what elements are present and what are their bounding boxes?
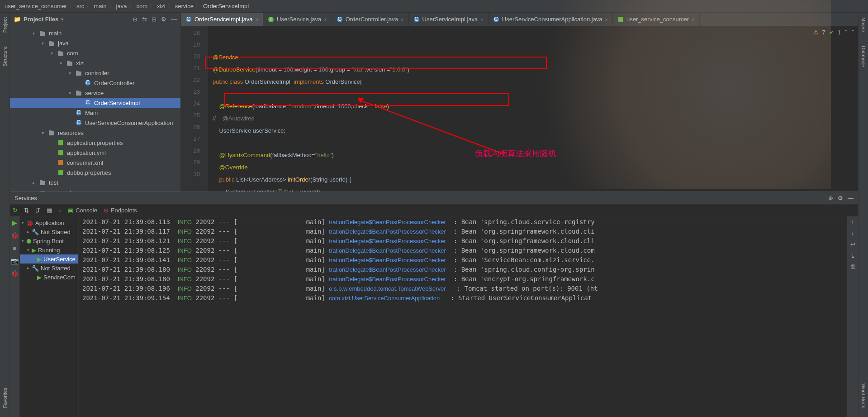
tab-user_service_consumer[interactable]: user_service_consumer× (613, 13, 699, 26)
scroll-icon[interactable]: ⤓ (850, 252, 855, 259)
svg-rect-9 (76, 71, 79, 72)
editor-tabs: COrderServiceImpl.java×IUserService.java… (181, 13, 858, 26)
crumb-2[interactable]: main (94, 3, 106, 10)
services-node-running[interactable]: ▾▶Running (20, 245, 78, 254)
close-icon[interactable]: × (480, 17, 483, 22)
rail-favorites[interactable]: Favorites (2, 388, 8, 408)
crumb-7[interactable]: OrderServiceImpl (203, 3, 249, 10)
project-sidebar: 📁 Project Files ▾ ⊕ ⇆ ⊟ ⚙ — ▾main▾java▾c… (10, 13, 181, 192)
crumb-0[interactable]: user_service_consumer (5, 3, 67, 10)
wrap-icon[interactable]: ↩ (850, 241, 855, 248)
stop-icon[interactable]: ■ (13, 244, 16, 252)
tree-node-application-yml[interactable]: application.yml (10, 148, 180, 158)
rail-structure[interactable]: Structure (2, 46, 8, 67)
svg-text:C: C (337, 16, 342, 22)
settings-icon[interactable]: ⚙ (838, 195, 843, 201)
tab-userserviceimpl-java[interactable]: CUserServiceImpl.java× (409, 13, 489, 26)
console-output[interactable]: 2021-07-21 21:39:08.113 INFO 22092 --- [… (79, 216, 847, 417)
close-icon[interactable]: × (401, 17, 403, 22)
locate-icon[interactable]: ⊕ (828, 195, 833, 201)
tree-node-application-properties[interactable]: application.properties (10, 138, 180, 148)
main-split: 📁 Project Files ▾ ⊕ ⇆ ⊟ ⚙ — ▾main▾java▾c… (10, 13, 858, 192)
svg-rect-20 (49, 131, 54, 135)
console-right-icons: ↑ ↓ ↩ ⤓ 🖶 (847, 216, 858, 417)
tab-orderserviceimpl-java[interactable]: COrderServiceImpl.java× (181, 13, 263, 26)
hide-icon[interactable]: — (171, 16, 177, 23)
services-node-servicecom[interactable]: ▶ServiceCom (20, 273, 78, 282)
camera-icon[interactable]: 📷 (11, 257, 19, 264)
svg-rect-4 (58, 52, 63, 56)
tree-node-service[interactable]: ▾service (10, 88, 180, 98)
tree-node-controller[interactable]: ▾controller (10, 68, 180, 78)
tab-userservice-java[interactable]: IUserService.java× (263, 13, 332, 26)
svg-text:C: C (85, 100, 90, 105)
services-title[interactable]: Services (14, 195, 37, 201)
svg-rect-21 (49, 130, 52, 132)
tree-node-xizi[interactable]: ▾xizi (10, 58, 180, 68)
services-node-not-started[interactable]: ▸🔧Not Started (20, 227, 78, 236)
services-node-application[interactable]: ▾🐞Application (20, 218, 78, 227)
rail-wordbook[interactable]: Word Book (861, 383, 866, 408)
tree-node-main[interactable]: ▾main (10, 28, 180, 38)
tree-node-consumer-xml[interactable]: consumer.xml (10, 158, 180, 168)
tree-node-resources[interactable]: ▾resources (10, 128, 180, 138)
rail-database[interactable]: Database (861, 46, 866, 67)
close-icon[interactable]: × (692, 17, 694, 22)
tree-node-test[interactable]: ▸test (10, 177, 180, 187)
svg-text:I: I (270, 16, 272, 22)
expand-icon[interactable]: ⇆ (142, 16, 147, 23)
tree-node-pom-xml[interactable]: mpom.xml (10, 187, 180, 192)
settings-icon[interactable]: ⚙ (161, 16, 166, 23)
tab-ordercontroller-java[interactable]: COrderController.java× (332, 13, 409, 26)
print-icon[interactable]: 🖶 (850, 264, 856, 270)
gutter[interactable]: 18192021222324252627282930 (181, 26, 208, 192)
tree-node-ordercontroller[interactable]: COrderController (10, 78, 180, 88)
debug-icon[interactable]: 🐞 (11, 232, 19, 239)
crumb-5[interactable]: xizi (157, 3, 166, 10)
console-tab[interactable]: ▣Console (68, 207, 97, 214)
filter-icon[interactable]: ⇅ (24, 207, 29, 214)
bug2-icon[interactable]: 🐞 (11, 270, 19, 277)
tree-node-com[interactable]: ▾com (10, 48, 180, 58)
left-tool-rail: Project Structure Favorites (0, 13, 10, 417)
services-node-userservice[interactable]: ▶UserService (20, 254, 78, 264)
up-icon[interactable]: ↑ (851, 218, 854, 225)
chevron-down-icon[interactable]: ▾ (61, 17, 63, 22)
services-tree[interactable]: ▾🐞Application▸🔧Not Started▾⬢Spring Boot▾… (20, 216, 79, 417)
tree-node-dubbo-properties[interactable]: dubbo.properties (10, 168, 180, 177)
crumb-1[interactable]: src (76, 3, 84, 10)
tree-node-java[interactable]: ▾java (10, 38, 180, 48)
sidebar-header: 📁 Project Files ▾ ⊕ ⇆ ⊟ ⚙ — (10, 13, 180, 26)
code-content[interactable]: @Service @DubboService(timeout = 100,wei… (208, 26, 858, 192)
rerun-icon[interactable]: ↻ (13, 207, 18, 214)
collapse-icon[interactable]: ⊟ (152, 16, 157, 23)
crumb-4[interactable]: com (136, 3, 147, 10)
svg-rect-13 (76, 91, 79, 92)
down-icon[interactable]: ↓ (851, 230, 854, 236)
tree-node-main[interactable]: CMain (10, 108, 180, 118)
services-node-not-started[interactable]: ▸🔧Not Started (20, 264, 78, 273)
close-icon[interactable]: × (605, 17, 608, 22)
endpoints-tab[interactable]: ⊚Endpoints (104, 207, 137, 214)
rail-maven[interactable]: Maven (861, 17, 866, 32)
editor-pane: COrderServiceImpl.java×IUserService.java… (181, 13, 858, 192)
locate-icon[interactable]: ⊕ (133, 16, 138, 23)
filter2-icon[interactable]: ⇵ (35, 207, 40, 214)
services-node-spring-boot[interactable]: ▾⬢Spring Boot (20, 236, 78, 245)
svg-rect-2 (49, 42, 54, 46)
rail-project[interactable]: Project (2, 17, 8, 33)
project-tree[interactable]: ▾main▾java▾com▾xizi▾controllerCOrderCont… (10, 26, 180, 192)
grid-icon[interactable]: ▦ (47, 207, 52, 214)
crumb-3[interactable]: java (116, 3, 127, 10)
sidebar-title[interactable]: Project Files (24, 16, 58, 23)
close-icon[interactable]: × (256, 17, 258, 22)
svg-rect-25 (58, 170, 63, 175)
tree-node-orderserviceimpl[interactable]: COrderServiceImpl (10, 98, 180, 108)
run-icon[interactable]: ▶ (12, 219, 17, 226)
tree-node-userserviceconsumerapplication[interactable]: CUserServiceConsumerApplication (10, 118, 180, 128)
hide-icon[interactable]: — (848, 195, 854, 201)
close-icon[interactable]: × (324, 17, 327, 22)
crumb-6[interactable]: service (175, 3, 194, 10)
code-area[interactable]: 18192021222324252627282930 @Service @Dub… (181, 26, 858, 192)
tab-userserviceconsumerapplication-java[interactable]: CUserServiceConsumerApplication.java× (489, 13, 613, 26)
